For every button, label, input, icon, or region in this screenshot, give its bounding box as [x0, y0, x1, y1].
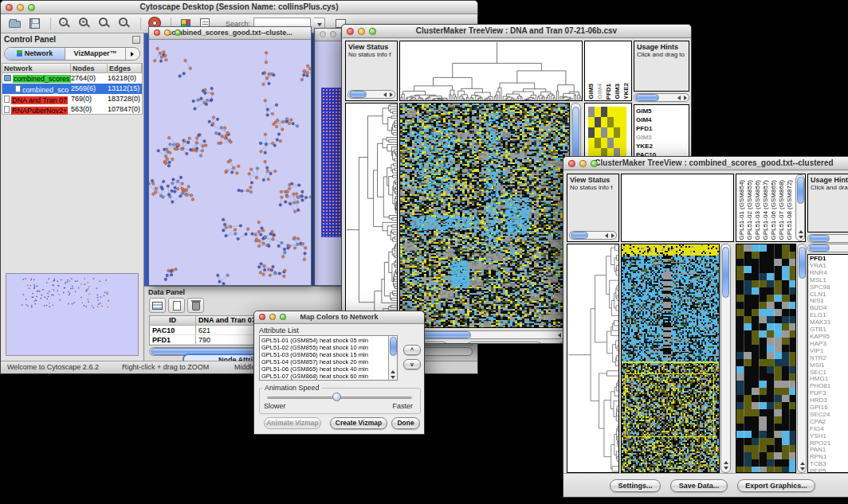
scrollbar-thumb[interactable] [349, 91, 367, 98]
network-canvas[interactable] [149, 40, 311, 285]
scroll-left-icon[interactable] [558, 333, 561, 338]
view-status-hscrollbar[interactable] [569, 231, 617, 240]
scroll-left-icon[interactable] [605, 233, 608, 238]
scroll-right-icon[interactable] [611, 233, 614, 238]
scroll-up-icon[interactable] [800, 462, 805, 465]
scrollbar-thumb[interactable] [797, 177, 804, 204]
view-status-hscrollbar[interactable] [347, 90, 395, 99]
tv2-heatmap[interactable] [621, 244, 720, 473]
attribute-item[interactable]: GPL51-02 (GSM855) heat shock 10 min [261, 344, 395, 351]
gene-label[interactable]: GIM4 [636, 115, 689, 124]
close-button[interactable] [320, 31, 326, 37]
scrollbar-thumb[interactable] [799, 247, 806, 279]
scroll-down-icon[interactable] [799, 236, 803, 239]
tv2-row-dendrogram[interactable] [567, 244, 619, 473]
tab-vizmapper[interactable]: VizMapper™ [65, 48, 125, 60]
network-row[interactable]: combined_sco2569(6)13112(15) [2, 84, 142, 94]
dialog-titlebar[interactable]: Map Colors to Network [254, 311, 424, 324]
scroll-up-icon[interactable] [391, 370, 395, 373]
tv1-export-graphics-button[interactable]: Export Graphics... [465, 342, 544, 343]
zoom-window-button[interactable] [369, 28, 376, 35]
minimize-button[interactable] [358, 28, 365, 35]
attribute-item[interactable]: GPL51-04 (GSM857) heat shock 20 min [261, 358, 395, 365]
scroll-down-icon[interactable] [800, 467, 805, 471]
tab-overflow-button[interactable] [125, 48, 139, 60]
scroll-right-icon[interactable] [684, 96, 687, 100]
zoom-window-button[interactable] [280, 314, 286, 320]
minimize-button[interactable] [330, 31, 336, 37]
save-session-button[interactable] [27, 16, 44, 31]
minimize-button[interactable] [269, 314, 276, 320]
tv2-settings-button[interactable]: Settings... [610, 479, 661, 492]
zoom-window-button[interactable] [175, 29, 181, 36]
tv1-row-dendrogram[interactable] [345, 103, 398, 328]
open-session-button[interactable] [7, 16, 24, 31]
scroll-left-icon[interactable] [677, 96, 681, 100]
tv2-titlebar[interactable]: ClusterMaker TreeView : combined_scores_… [563, 157, 848, 170]
network-overview-thumbnail[interactable] [6, 273, 139, 356]
close-button[interactable] [568, 160, 575, 167]
zoom-in-button[interactable]: + [77, 16, 94, 31]
zoom-out-button[interactable]: - [57, 16, 74, 31]
tv2-save-data-button[interactable]: Save Data... [670, 479, 728, 492]
scrollbar-thumb[interactable] [809, 235, 830, 242]
zoom-window-button[interactable] [591, 160, 598, 167]
zoom-window-button[interactable] [28, 4, 35, 11]
tv2-zoom-heatmap[interactable] [736, 244, 796, 473]
gene-label[interactable]: YKE2 [636, 142, 689, 150]
create-vizmap-button[interactable]: Create Vizmap [330, 417, 387, 429]
select-attributes-button[interactable] [149, 298, 166, 313]
scroll-up-icon[interactable] [724, 461, 728, 464]
attribute-down-button[interactable]: v [403, 359, 421, 369]
tv2-column-dendrogram[interactable] [621, 174, 734, 242]
tv1-column-dendrogram[interactable] [399, 41, 583, 101]
scroll-down-icon[interactable] [724, 467, 728, 470]
close-button[interactable] [6, 4, 13, 11]
done-button[interactable]: Done [391, 417, 420, 429]
tv1-genelabels-hscrollbar[interactable] [634, 93, 689, 102]
minimize-button[interactable] [17, 4, 24, 11]
scroll-right-icon[interactable] [390, 92, 393, 97]
speed-slider-thumb[interactable] [332, 393, 341, 401]
attribute-listbox[interactable]: GPL51-01 (GSM854) heat shock 05 minGPL51… [259, 335, 398, 381]
tv1-heatmap-hscrollbar[interactable] [399, 330, 570, 339]
new-attribute-button[interactable] [168, 298, 185, 313]
zoom-selected-button[interactable] [97, 16, 114, 31]
close-button[interactable] [154, 29, 160, 36]
attribute-item[interactable]: GPL51-03 (GSM856) heat shock 15 min [261, 351, 395, 358]
zoom-fit-button[interactable]: ▫ [117, 16, 134, 31]
tv2-usage-hscrollbar[interactable] [807, 234, 848, 243]
scrollbar-thumb[interactable] [722, 247, 729, 298]
gene-label[interactable]: PFD1 [636, 124, 689, 133]
attribute-item[interactable]: GPL51-06 (GSM865) heat shock 40 min [261, 365, 395, 373]
minimize-button[interactable] [579, 160, 587, 167]
tv2-export-graphics-button[interactable]: Export Graphics... [737, 479, 815, 492]
tv2-genelabels-hscrollbar[interactable] [807, 244, 848, 252]
network-row[interactable]: RNAPuberNov2+563(0)107847(0) [2, 104, 142, 115]
scrollbar-thumb[interactable] [390, 337, 397, 356]
tv1-titlebar[interactable]: ClusterMaker TreeView : DNA and Tran 07-… [342, 25, 691, 38]
network-view-window[interactable]: combined_scores_good.txt--cluste... [148, 26, 312, 286]
network-row[interactable]: combined_scores2764(0)16218(0) [2, 73, 142, 84]
netwindow-titlebar[interactable]: combined_scores_good.txt--cluste... [149, 27, 311, 40]
tv2-heatmap-vscrollbar[interactable] [720, 244, 731, 473]
attribute-item[interactable]: GPL51-07 (GSM868) heat shock 60 min [261, 373, 395, 380]
scroll-down-icon[interactable] [391, 376, 395, 379]
close-button[interactable] [347, 28, 354, 35]
delete-attribute-button[interactable] [187, 298, 204, 313]
scrollbar-thumb[interactable] [571, 232, 588, 239]
scroll-up-icon[interactable] [799, 230, 803, 233]
attribute-up-button[interactable]: ^ [403, 345, 421, 355]
network-row[interactable]: DNA and Tran 07769(0)183728(0) [2, 94, 142, 104]
gene-label[interactable]: GIM5 [636, 107, 689, 115]
tv1-heatmap[interactable] [399, 103, 570, 328]
attribute-item[interactable]: GPL51-01 (GSM854) heat shock 05 min [261, 337, 395, 344]
tv2-zoom-vscrollbar[interactable] [797, 244, 807, 473]
tv2-collabels-vscrollbar[interactable] [795, 174, 805, 241]
tab-network[interactable]: Network [5, 48, 65, 60]
minimize-button[interactable] [164, 29, 171, 36]
scrollbar-thumb[interactable] [809, 244, 830, 252]
scrollbar-thumb[interactable] [635, 94, 659, 101]
close-button[interactable] [259, 314, 265, 320]
attribute-list-vscrollbar[interactable] [388, 336, 397, 380]
